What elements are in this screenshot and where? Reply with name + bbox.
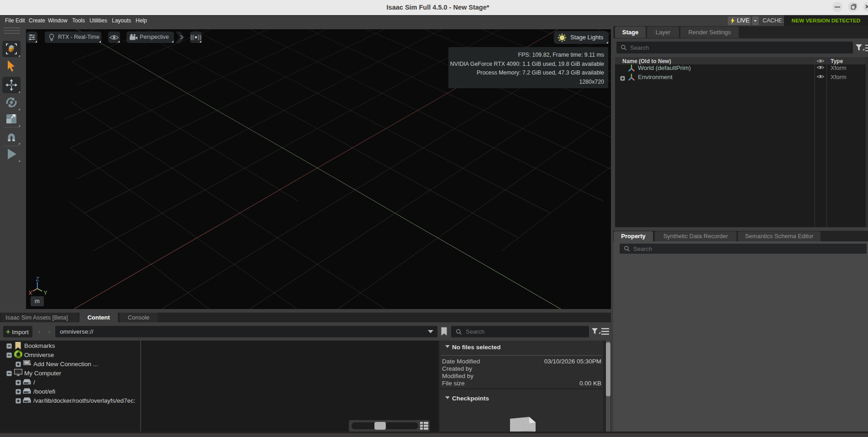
svg-text:Z: Z [36,276,39,282]
svg-text:X: X [29,290,32,296]
svg-text:Y: Y [44,290,47,296]
